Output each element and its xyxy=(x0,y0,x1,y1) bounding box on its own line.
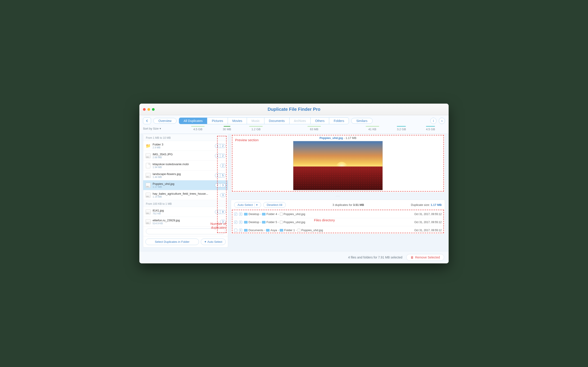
file-row[interactable]: hay_bales_agriculture_field_trees_house.… xyxy=(143,190,228,200)
chevron-right-icon: › xyxy=(278,228,279,232)
tab-all-duplicates[interactable]: All Duplicates xyxy=(179,118,207,124)
duplicates-panel: Auto Select ▾ Deselect All 3 duplicates … xyxy=(231,200,445,234)
file-name: landscape-flowers.jpg xyxy=(153,172,213,176)
tab-archives[interactable]: Archives xyxy=(290,118,311,124)
duplicate-count-badge: 3 xyxy=(220,220,226,224)
file-icon xyxy=(298,229,300,232)
group-header: From 100 KB to 1 MB xyxy=(143,200,228,207)
duplicates-count: 3 duplicates for 3.51 MB xyxy=(288,203,409,207)
auto-select-button[interactable]: ✦Auto Select xyxy=(201,239,226,245)
breadcrumb: Desktop › Folder 4 › Poppies_uhd.jpg xyxy=(244,212,413,216)
remove-selected-button[interactable]: 🗑 Remove Selected xyxy=(406,254,444,261)
duplicate-count-badge: 5 xyxy=(220,174,226,177)
chevron-right-icon: › xyxy=(296,228,297,232)
checkbox[interactable] xyxy=(234,229,237,232)
select-duplicates-button[interactable]: Select Duplicates in Folder xyxy=(146,239,199,245)
sort-dropdown[interactable]: Sort by Size ▾ xyxy=(143,127,183,130)
checkbox[interactable]: ✓ xyxy=(234,213,237,216)
timestamp: Oct 31, 2017, 09:55:12 xyxy=(414,221,442,224)
selected-count-badge: 1 xyxy=(215,174,220,177)
drag-handle-icon[interactable]: ⋯⋯ xyxy=(231,195,445,197)
duplicate-count-badge: 3 xyxy=(220,193,226,197)
file-row[interactable]: landscape-flowers.jpg1.44 MB15 xyxy=(143,171,228,180)
file-row[interactable]: IMG_3543.JPG2.68 MB12 xyxy=(143,151,228,161)
row-menu-button[interactable]: ▾ xyxy=(239,229,242,232)
file-row[interactable]: kitayskoe issledovanie.mobi1.94 MB2 xyxy=(143,161,228,171)
tab-pictures[interactable]: Pictures xyxy=(207,118,228,124)
tab-music[interactable]: Music xyxy=(247,118,264,124)
jpeg-icon xyxy=(146,183,151,188)
auto-select-dropdown[interactable]: Auto Select ▾ xyxy=(234,202,261,208)
file-name: hay_bales_agriculture_field_trees_house.… xyxy=(153,192,218,195)
file-size: 2.9 MB xyxy=(153,146,213,149)
traffic-lights xyxy=(143,108,155,111)
toolbar: Overview All DuplicatesPicturesMoviesMus… xyxy=(139,115,449,134)
file-size: 1.94 MB xyxy=(153,166,218,168)
tab-documents[interactable]: Documents xyxy=(264,118,290,124)
file-icon xyxy=(280,221,283,224)
maximize-icon[interactable] xyxy=(152,108,155,111)
folder-icon: 📁 xyxy=(146,143,151,149)
file-row[interactable]: 8141.jpg752 KB19 xyxy=(143,207,228,217)
size-indicator: 3.2 GB xyxy=(387,126,416,131)
file-size: 2.68 MB xyxy=(153,156,213,159)
duplicate-count-badge: 2 xyxy=(220,144,226,148)
size-indicator: 4.5 GB xyxy=(183,126,212,131)
file-row[interactable]: elitefon.ru_23929.jpg514.9 KB3 xyxy=(143,217,228,227)
close-icon[interactable] xyxy=(143,108,146,111)
tab-others[interactable]: Others xyxy=(311,118,329,124)
search-input[interactable] xyxy=(146,228,225,234)
duplicate-path-row[interactable]: ✓▾ Desktop › Folder 5 › Poppies_uhd.jpgO… xyxy=(231,218,445,226)
back-button[interactable] xyxy=(143,117,151,124)
row-menu-button[interactable]: ▾ xyxy=(239,221,242,224)
folder-icon xyxy=(280,229,283,232)
file-name: IMG_3543.JPG xyxy=(153,153,213,156)
timestamp: Oct 31, 2017, 09:55:12 xyxy=(414,229,442,232)
document-icon xyxy=(146,163,151,168)
file-size: 1.44 MB xyxy=(153,176,213,178)
duplicate-count-badge: 3 xyxy=(220,183,226,187)
chevron-down-icon: ▾ xyxy=(255,203,258,207)
rss-icon: ⌁ xyxy=(441,119,443,123)
folder-icon xyxy=(266,229,269,232)
selected-count-badge: 1 xyxy=(215,210,220,214)
file-row[interactable]: 📁Folder 32.9 MB12 xyxy=(143,141,228,151)
preview-image xyxy=(293,141,383,190)
file-name: kitayskoe issledovanie.mobi xyxy=(153,162,218,166)
tab-similars[interactable]: Similars xyxy=(351,118,373,124)
deselect-all-button[interactable]: Deselect All xyxy=(263,202,286,208)
selected-count-badge: 2 xyxy=(215,183,220,187)
duplicate-size: Duplicate size: 1.17 MB xyxy=(411,203,442,207)
tab-movies[interactable]: Movies xyxy=(228,118,247,124)
category-tabs: All DuplicatesPicturesMoviesMusicDocumen… xyxy=(179,117,349,124)
duplicate-count-badge: 2 xyxy=(220,164,226,168)
file-size: 1.17 MB xyxy=(153,185,213,188)
chevron-left-icon xyxy=(146,119,148,122)
preview-panel: Poppies_uhd.jpg - 1.17 MB Preview sectio… xyxy=(231,134,445,193)
minimize-icon[interactable] xyxy=(147,108,150,111)
row-menu-button[interactable]: ▾ xyxy=(239,213,242,216)
jpeg-icon xyxy=(146,173,151,178)
size-indicator: 41 KB xyxy=(358,126,387,131)
info-button[interactable]: i xyxy=(430,118,437,124)
folder-icon xyxy=(244,221,248,224)
duplicate-path-row[interactable]: ✓▾ Desktop › Folder 4 › Poppies_uhd.jpgO… xyxy=(231,210,445,218)
selected-count-badge: 1 xyxy=(215,154,220,158)
main-panel: Poppies_uhd.jpg - 1.17 MB Preview sectio… xyxy=(231,134,445,248)
chevron-right-icon: › xyxy=(260,212,261,216)
info-icon: i xyxy=(433,119,434,123)
size-indicator: 1.2 GB xyxy=(242,126,271,131)
size-indicator: 4.5 GB xyxy=(416,126,445,131)
size-indicator: 30 MB xyxy=(212,126,242,131)
checkbox[interactable]: ✓ xyxy=(234,221,237,224)
rss-button[interactable]: ⌁ xyxy=(439,118,445,124)
body: From 1 MB to 10 MB📁Folder 32.9 MB12IMG_3… xyxy=(139,134,449,251)
file-list[interactable]: From 1 MB to 10 MB📁Folder 32.9 MB12IMG_3… xyxy=(143,134,228,227)
file-name: 8141.jpg xyxy=(153,209,213,212)
group-header: From 1 MB to 10 MB xyxy=(143,134,228,141)
file-size: 1.14 MB xyxy=(153,195,218,198)
tab-overview[interactable]: Overview xyxy=(153,118,177,124)
tab-folders[interactable]: Folders xyxy=(329,118,349,124)
file-row[interactable]: Poppies_uhd.jpg1.17 MB23 xyxy=(143,180,228,190)
duplicate-path-row[interactable]: ▾ Documents › Asya › Folder 1 › Poppies_… xyxy=(231,226,445,234)
